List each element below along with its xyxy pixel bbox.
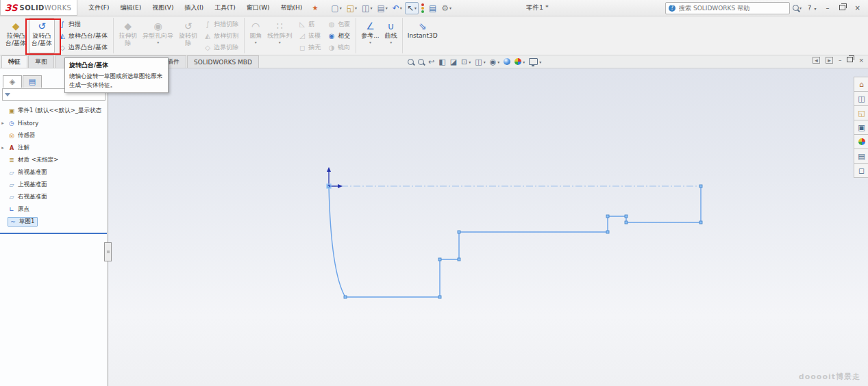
view-orientation-button[interactable]: ⊡▾	[461, 57, 471, 66]
undo-button[interactable]: ↶▾	[390, 2, 404, 14]
sketch-vertex[interactable]	[458, 231, 460, 233]
instant3d-button[interactable]: ⇘Instant3D	[405, 18, 441, 53]
apply-scene-button[interactable]: ▾	[514, 58, 525, 65]
sketch-vertex[interactable]	[625, 221, 628, 224]
open-button[interactable]: ◱▾	[345, 2, 359, 14]
menu-1[interactable]: 文件(F)	[83, 1, 114, 14]
solidworks-resources-button[interactable]: ⌂	[854, 77, 868, 92]
rollback-bar[interactable]	[0, 233, 107, 234]
reference-geometry-button[interactable]: ∠参考...▾	[358, 18, 382, 53]
dropdown-caret-icon[interactable]: ▾	[497, 60, 499, 64]
menu-3[interactable]: 视图(V)	[147, 1, 179, 14]
menu-5[interactable]: 工具(T)	[209, 1, 241, 14]
tree-item-3[interactable]: ◎传感器	[0, 129, 108, 142]
help-menu-button[interactable]: ? ▾	[804, 3, 820, 13]
doc-restore-button[interactable]	[847, 57, 853, 64]
previous-view-button[interactable]: ↩	[428, 57, 434, 66]
sketch-vertex[interactable]	[458, 258, 460, 261]
collapse-right-pane-icon[interactable]: ▸	[826, 57, 833, 64]
zoom-to-area-button[interactable]	[418, 59, 424, 65]
featuremanager-design-tree-tab[interactable]: ◈	[3, 75, 22, 88]
expand-arrow-icon[interactable]: ▸	[0, 145, 5, 151]
file-explorer-button[interactable]: ◱	[854, 106, 868, 120]
print-button[interactable]: ▤▾	[375, 2, 389, 14]
dropdown-caret-icon[interactable]: ▾	[400, 5, 402, 10]
menu-6[interactable]: 窗口(W)	[241, 1, 275, 14]
dropdown-caret-icon[interactable]: ▾	[414, 5, 417, 10]
dropdown-caret-icon[interactable]: ▾	[539, 60, 541, 64]
menu-7[interactable]: 帮助(H)	[275, 1, 308, 14]
intersect-button[interactable]: ◉相交	[325, 30, 352, 42]
restore-button[interactable]	[836, 3, 849, 13]
sketch-curve-edge[interactable]	[329, 187, 345, 297]
graphics-viewport[interactable]: ⌂◫◱▣▤◻ dooooit博景走	[108, 67, 868, 386]
tab-草图[interactable]: 草图	[28, 55, 54, 68]
section-view-button[interactable]: ◧	[438, 57, 445, 66]
sketch-vertex[interactable]	[438, 258, 441, 261]
tree-item-6[interactable]: ▱前视基准面	[0, 166, 108, 179]
boundary-boss-base-button[interactable]: ◇边界凸台/基体	[56, 42, 110, 53]
tree-item-5[interactable]: ≣材质 <未指定>	[0, 154, 108, 166]
sweep-button[interactable]: ∫扫描	[56, 18, 110, 30]
dropdown-caret-icon[interactable]: ▾	[370, 5, 372, 10]
save-button[interactable]: ◫▾	[360, 2, 374, 14]
dropdown-caret-icon[interactable]: ▾	[390, 40, 392, 44]
dropdown-caret-icon[interactable]: ▾	[340, 5, 342, 10]
dropdown-caret-icon[interactable]: ▾	[484, 60, 486, 64]
display-style-button[interactable]: ◫▾	[475, 57, 485, 66]
expand-arrow-icon[interactable]: ▸	[0, 120, 5, 126]
sketch-vertex[interactable]	[699, 185, 702, 188]
search-field[interactable]	[678, 4, 776, 12]
dropdown-caret-icon[interactable]: ▾	[469, 60, 471, 64]
dropdown-caret-icon[interactable]: ▾	[449, 5, 451, 10]
menu-2[interactable]: 编辑(E)	[115, 1, 147, 14]
search-magnifier-icon[interactable]: ▾	[793, 5, 802, 11]
sketch-profile-polyline[interactable]	[345, 186, 701, 297]
tree-item-2[interactable]: ▸◷History	[0, 117, 108, 129]
sketch-vertex[interactable]	[344, 296, 347, 298]
sketch-canvas[interactable]	[108, 67, 868, 386]
pin-toolbar-icon[interactable]: ★	[312, 4, 318, 12]
extrude-boss-base-button[interactable]: ◆拉伸凸台/基体	[3, 18, 29, 53]
solidworks-forum-button[interactable]: ◻	[854, 164, 868, 178]
tree-item-4[interactable]: ▸A注解	[0, 142, 108, 154]
select-button[interactable]: ↖▾	[405, 2, 419, 14]
tab-特征[interactable]: 特征	[1, 55, 27, 68]
doc-close-button[interactable]: ×	[858, 57, 864, 64]
revolve-boss-base-button[interactable]: ↺旋转凸台/基体	[29, 18, 55, 53]
display-manager-tab[interactable]: ▤	[23, 75, 42, 88]
tree-item-9[interactable]: ∟原点	[0, 203, 108, 216]
selected-tree-item[interactable]: ~草图1	[8, 217, 38, 227]
view-palette-button[interactable]: ▣	[854, 120, 868, 135]
close-button[interactable]: ×	[852, 3, 864, 13]
new-document-button[interactable]: ▢▾	[329, 2, 343, 14]
appearances-scenes-button[interactable]	[854, 135, 868, 149]
dropdown-caret-icon[interactable]: ▾	[369, 40, 371, 44]
dropdown-caret-icon[interactable]: ▾	[523, 60, 525, 64]
tree-item-8[interactable]: ▱右视基准面	[0, 191, 108, 203]
custom-properties-button[interactable]: ▤	[854, 149, 868, 164]
sketch-vertex[interactable]	[699, 221, 702, 224]
sketch-vertex[interactable]	[606, 215, 609, 218]
design-library-button[interactable]: ◫	[854, 92, 868, 106]
sketch-vertex[interactable]	[625, 215, 628, 218]
search-input[interactable]: ?	[665, 2, 790, 14]
view-settings-button[interactable]: ▾	[529, 58, 541, 65]
doc-minimize-button[interactable]: –	[839, 57, 842, 64]
dynamic-annotation-views-button[interactable]: ◪	[450, 57, 457, 66]
tab-solidworks-mbd[interactable]: SOLIDWORKS MBD	[187, 55, 259, 68]
dropdown-caret-icon[interactable]: ▾	[386, 5, 388, 10]
zoom-to-fit-button[interactable]	[408, 59, 414, 65]
hide-show-items-button[interactable]: ◉▾	[490, 57, 500, 66]
file-properties-button[interactable]: ▤	[427, 2, 438, 14]
minimize-button[interactable]: –	[823, 3, 833, 13]
tree-item-7[interactable]: ▱上视基准面	[0, 179, 108, 191]
sketch-vertex[interactable]	[606, 231, 609, 233]
curves-button[interactable]: ∪曲线▾	[382, 18, 400, 53]
collapse-left-pane-icon[interactable]: ◂	[813, 57, 820, 64]
dropdown-caret-icon[interactable]: ▾	[355, 5, 357, 10]
tree-item-10[interactable]: ~草图1	[0, 216, 108, 228]
rebuild-button[interactable]	[419, 1, 426, 15]
loft-boss-base-button[interactable]: ◭放样凸台/基体	[56, 30, 110, 42]
tree-item-1[interactable]: ▣零件1 (默认<<默认>_显示状态	[0, 105, 108, 117]
